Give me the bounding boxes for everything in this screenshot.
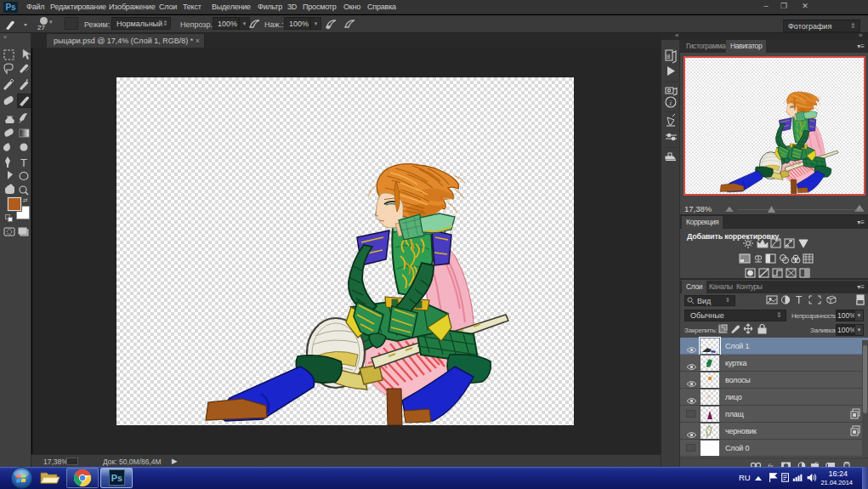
svg-text:i: i [670, 99, 672, 107]
svg-text:8: 8 [667, 53, 671, 60]
svg-text:T: T [20, 156, 27, 169]
svg-text:T: T [796, 294, 803, 305]
